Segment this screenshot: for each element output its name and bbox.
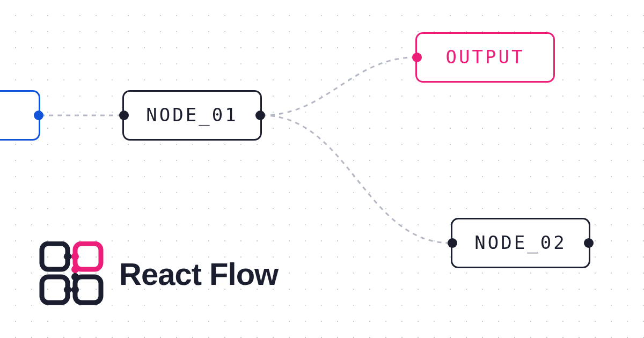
- svg-point-7: [71, 273, 79, 281]
- svg-point-5: [71, 253, 79, 260]
- brand-name: React Flow: [119, 256, 278, 292]
- handle-node01-target[interactable]: [119, 111, 129, 120]
- svg-point-9: [64, 286, 71, 293]
- svg-point-6: [71, 266, 79, 273]
- handle-node02-source[interactable]: [584, 238, 594, 248]
- svg-rect-2: [42, 277, 68, 303]
- node-node02[interactable]: NODE_02: [451, 218, 590, 268]
- svg-rect-0: [42, 244, 68, 269]
- handle-node01-source[interactable]: [255, 111, 265, 120]
- node-node01-label: NODE_01: [146, 104, 238, 126]
- svg-point-8: [71, 286, 79, 293]
- node-output[interactable]: OUTPUT: [415, 32, 555, 83]
- react-flow-logo-icon: [38, 241, 107, 306]
- handle-input-source[interactable]: [34, 111, 43, 120]
- handle-output-target[interactable]: [412, 53, 422, 62]
- handle-node02-target[interactable]: [448, 238, 457, 248]
- node-node01[interactable]: NODE_01: [122, 90, 262, 141]
- svg-point-4: [64, 253, 71, 260]
- node-output-label: OUTPUT: [446, 46, 525, 68]
- node-node02-label: NODE_02: [474, 232, 566, 253]
- svg-rect-1: [75, 244, 101, 269]
- node-input[interactable]: [0, 90, 40, 141]
- edge-node01-to-node02: [262, 115, 451, 243]
- svg-rect-3: [75, 277, 101, 303]
- brand: React Flow: [38, 241, 278, 306]
- edge-node01-to-output: [262, 57, 415, 115]
